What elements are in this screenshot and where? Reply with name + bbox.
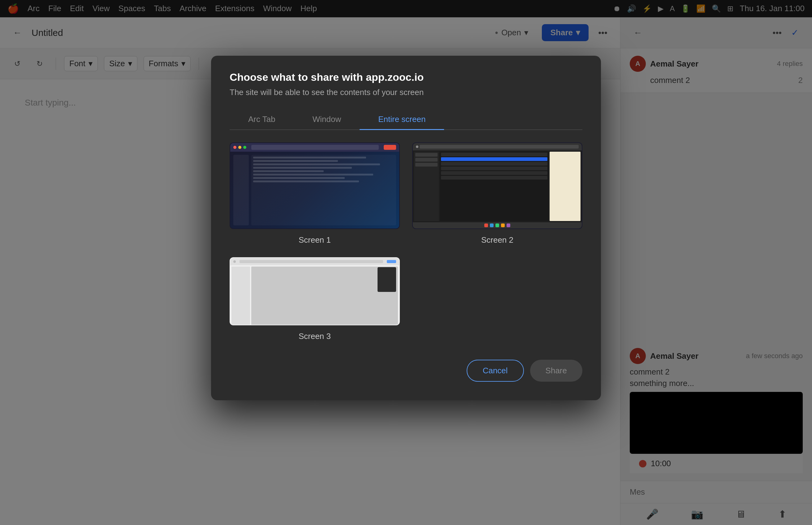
s2-list-mini: [440, 152, 548, 221]
tab-entire-screen[interactable]: Entire screen: [359, 109, 444, 130]
s2-preview-pane: [550, 152, 581, 221]
cancel-button[interactable]: Cancel: [466, 360, 524, 382]
screen-1-label: Screen 1: [298, 235, 331, 245]
s1-max-dot: [243, 146, 246, 149]
s3-sidebar-mini: [231, 267, 250, 325]
s2-topbar: [413, 143, 582, 150]
s1-sidebar-mini: [233, 155, 249, 225]
screen-3-label: Screen 3: [298, 331, 331, 341]
s1-content: [230, 152, 399, 228]
s3-main-mini: [251, 267, 398, 325]
s3-modal-mini: [378, 267, 396, 292]
screen-3-thumbnail: [230, 257, 400, 325]
s1-min-dot: [238, 146, 241, 149]
s1-close-dot: [233, 146, 236, 149]
screen-1-item[interactable]: Screen 1: [230, 142, 400, 245]
modal-body: Choose what to share with app.zooc.io Th…: [211, 56, 601, 400]
screen-1-thumbnail: [230, 142, 400, 229]
share-modal: Choose what to share with app.zooc.io Th…: [211, 56, 601, 400]
screen-grid: Screen 1: [230, 142, 582, 341]
screen-2-label: Screen 2: [481, 235, 514, 245]
modal-subtitle: The site will be able to see the content…: [230, 88, 582, 97]
modal-title: Choose what to share with app.zooc.io: [230, 71, 582, 83]
s1-topbar: [230, 143, 399, 152]
screen-2-preview: [413, 143, 582, 228]
modal-tabs: Arc Tab Window Entire screen: [230, 109, 582, 130]
modal-footer: Cancel Share: [230, 357, 582, 382]
s2-content: [413, 150, 582, 222]
modal-share-button[interactable]: Share: [530, 360, 582, 382]
screen-2-item[interactable]: Screen 2: [412, 142, 582, 245]
s2-sidebar-mini: [414, 152, 439, 221]
screen-3-preview: [230, 258, 399, 325]
screen-3-item[interactable]: Screen 3: [230, 257, 400, 341]
screen-1-preview: [230, 143, 399, 228]
screen-2-thumbnail: [412, 142, 582, 229]
tab-window[interactable]: Window: [294, 109, 359, 130]
s3-content: [230, 265, 399, 325]
tab-arc-tab[interactable]: Arc Tab: [230, 109, 294, 130]
s3-topbar: [230, 258, 399, 265]
modal-overlay: Choose what to share with app.zooc.io Th…: [0, 0, 812, 525]
s1-main-mini: [251, 155, 396, 225]
